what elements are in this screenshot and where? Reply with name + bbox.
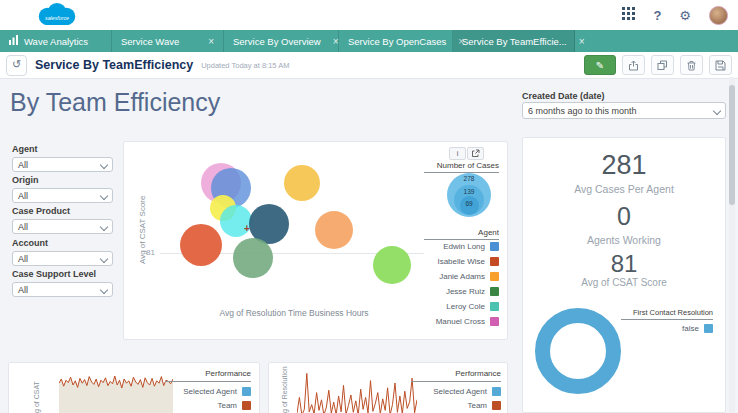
performance-legend: Performance Selected Agent Team bbox=[411, 369, 501, 410]
tab-service-by-overview[interactable]: Service By Overview × bbox=[224, 30, 339, 52]
filter-agent: Agent All bbox=[12, 144, 113, 172]
tab-label: Wave Analytics bbox=[24, 36, 88, 47]
widget-explore-button[interactable] bbox=[467, 147, 484, 160]
plus-marker-icon: + bbox=[244, 223, 250, 234]
agent-legend-item[interactable]: Manuel Cross bbox=[404, 317, 499, 326]
csat-trend-card: Avg of CSAT Performance Selected Agent T… bbox=[8, 362, 260, 413]
agent-select[interactable]: All bbox=[12, 157, 113, 172]
legend-swatch bbox=[242, 387, 251, 396]
dashboard-toolbar: ↺ Service By TeamEfficiency Updated Toda… bbox=[0, 52, 738, 79]
legend-label: false bbox=[682, 324, 699, 333]
agent-legend-label: Manuel Cross bbox=[436, 317, 485, 326]
scrollbar-thumb[interactable] bbox=[729, 85, 735, 205]
setup-gear-icon[interactable]: ⚙ bbox=[679, 9, 691, 22]
widget-info-button[interactable]: i bbox=[449, 147, 466, 160]
chevron-down-icon bbox=[100, 286, 108, 294]
legend-item[interactable]: Team bbox=[411, 401, 501, 410]
agent-legend-item[interactable]: Janie Adams bbox=[404, 272, 499, 281]
delete-button[interactable] bbox=[680, 55, 703, 75]
created-date-select[interactable]: 6 months ago to this month bbox=[522, 102, 726, 119]
legend-swatch bbox=[492, 401, 501, 410]
agent-legend-item[interactable]: Edwin Long bbox=[404, 242, 499, 251]
donut-legend-title: First Contact Resolution bbox=[617, 308, 713, 317]
first-contact-resolution-donut[interactable] bbox=[535, 308, 621, 394]
salesforce-wave-dashboard: salesforce ? ⚙ Wave An bbox=[0, 0, 738, 413]
legend-divider bbox=[411, 381, 501, 382]
select-value: 6 months ago to this month bbox=[528, 106, 637, 116]
legend-divider bbox=[165, 381, 251, 382]
performance-legend: Performance Selected Agent Team bbox=[165, 369, 251, 410]
bubble[interactable] bbox=[315, 211, 353, 249]
agent-legend-swatch bbox=[490, 242, 499, 251]
kpi-label: Agents Working bbox=[523, 234, 725, 246]
chevron-down-icon bbox=[100, 192, 108, 200]
edit-button[interactable]: ✎ bbox=[584, 55, 616, 75]
legend-swatch bbox=[242, 401, 251, 410]
agent-legend-label: Janie Adams bbox=[439, 272, 485, 281]
tab-service-by-opencases[interactable]: Service By OpenCases × bbox=[339, 30, 453, 52]
filter-label: Case Product bbox=[12, 206, 113, 216]
case-support-level-select[interactable]: All bbox=[12, 282, 113, 297]
tab-bar: Wave Analytics Service Wave × Service By… bbox=[0, 30, 738, 52]
account-select[interactable]: All bbox=[12, 251, 113, 266]
filter-label: Case Support Level bbox=[12, 269, 113, 279]
save-button[interactable] bbox=[709, 55, 732, 75]
size-legend-title: Number of Cases bbox=[409, 161, 499, 170]
agent-legend: Edwin LongIsabelle WiseJanie AdamsJesse … bbox=[404, 242, 499, 332]
tab-wave-analytics[interactable]: Wave Analytics bbox=[0, 30, 112, 52]
agent-legend-label: Isabelle Wise bbox=[437, 257, 485, 266]
created-date-filter-label: Created Date (date) bbox=[522, 91, 605, 101]
legend-swatch bbox=[704, 324, 713, 333]
app-launcher-icon[interactable] bbox=[622, 6, 635, 24]
select-value: All bbox=[18, 191, 28, 201]
tab-service-by-teamefficiency[interactable]: Service By TeamEfficie... × bbox=[453, 30, 575, 52]
filter-label: Account bbox=[12, 238, 113, 248]
select-value: All bbox=[18, 254, 28, 264]
donut-legend-item[interactable]: false bbox=[621, 324, 713, 333]
filter-origin: Origin All bbox=[12, 175, 113, 203]
legend-item[interactable]: Selected Agent bbox=[165, 387, 251, 396]
bar-chart-icon bbox=[9, 35, 18, 47]
help-icon[interactable]: ? bbox=[653, 8, 661, 23]
pencil-icon: ✎ bbox=[596, 60, 604, 71]
save-icon bbox=[715, 60, 726, 71]
chevron-down-icon bbox=[100, 223, 108, 231]
origin-select[interactable]: All bbox=[12, 188, 113, 203]
legend-item[interactable]: Team bbox=[165, 401, 251, 410]
clone-button[interactable] bbox=[651, 55, 674, 75]
legend-label: Selected Agent bbox=[433, 387, 487, 396]
chevron-down-icon bbox=[100, 255, 108, 263]
bubble[interactable] bbox=[180, 224, 222, 266]
filter-account: Account All bbox=[12, 238, 113, 266]
salesforce-logo-icon[interactable]: salesforce bbox=[34, 3, 80, 28]
close-icon[interactable]: × bbox=[573, 36, 585, 47]
csat-trend-chart bbox=[59, 367, 173, 413]
tab-service-wave[interactable]: Service Wave × bbox=[112, 30, 224, 52]
size-legend-value: 278 bbox=[447, 175, 491, 182]
size-legend-divider bbox=[424, 172, 499, 173]
case-product-select[interactable]: All bbox=[12, 219, 113, 234]
agent-legend-item[interactable]: Isabelle Wise bbox=[404, 257, 499, 266]
filter-case-support-level: Case Support Level All bbox=[12, 269, 113, 297]
undo-button[interactable]: ↺ bbox=[6, 55, 27, 76]
agent-legend-item[interactable]: Jesse Ruiz bbox=[404, 287, 499, 296]
agent-legend-swatch bbox=[490, 287, 499, 296]
user-avatar[interactable] bbox=[709, 6, 728, 25]
share-button[interactable] bbox=[622, 55, 645, 75]
bubble[interactable] bbox=[284, 165, 320, 201]
size-legend-value: 139 bbox=[447, 188, 491, 195]
legend-item[interactable]: Selected Agent bbox=[411, 387, 501, 396]
kpi-card: 281 Avg Cases Per Agent 0 Agents Working… bbox=[522, 137, 726, 413]
agent-legend-item[interactable]: Leroy Cole bbox=[404, 302, 499, 311]
legend-label: Team bbox=[467, 401, 487, 410]
kpi-value: 81 bbox=[523, 250, 725, 278]
close-icon[interactable]: × bbox=[327, 36, 339, 47]
tab-label: Service By Overview bbox=[233, 36, 321, 47]
y-axis-label: Avg of CSAT bbox=[33, 381, 40, 413]
kpi-value: 281 bbox=[523, 150, 725, 181]
tab-label: Service By TeamEfficie... bbox=[462, 36, 567, 47]
clone-icon bbox=[657, 60, 668, 71]
bubble[interactable] bbox=[233, 238, 273, 278]
close-icon[interactable]: × bbox=[202, 36, 214, 47]
chevron-down-icon bbox=[100, 161, 108, 169]
